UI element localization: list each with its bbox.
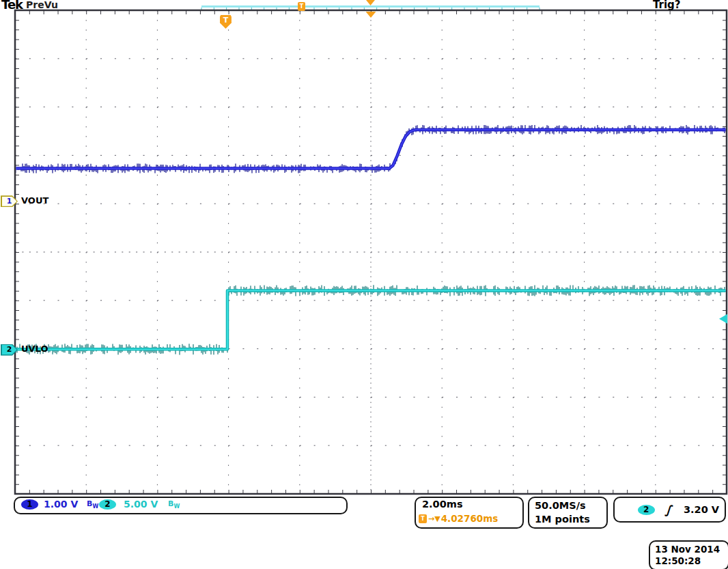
delay-value: 4.02760ms (441, 513, 499, 524)
ch2-waveform-label: UVLO (21, 344, 48, 354)
channel-readout-box[interactable]: 1 1.00 V BW 2 5.00 V BW (14, 497, 348, 514)
ch2-badge[interactable]: 2 (99, 499, 116, 510)
delay-arrow-icon: →▼ (428, 514, 440, 523)
record-trigger-t-icon[interactable]: T (298, 2, 305, 11)
trigger-delay-readout: T →▼ 4.02760ms (419, 513, 498, 524)
ch2-bandwidth-indicator: BW (168, 499, 180, 510)
ch1-bandwidth-indicator: BW (87, 499, 98, 510)
ch1-badge[interactable]: 1 (21, 499, 38, 510)
graticule-grid (15, 10, 727, 494)
record-length-readout: 1M points (529, 512, 606, 526)
ch2-scale-readout: 5.00 V (124, 499, 158, 510)
time-readout: 12:50:28 (650, 555, 728, 567)
bw-sub: W (173, 503, 180, 510)
rising-edge-slope-icon: ∫ (665, 503, 672, 516)
acquisition-readout-box[interactable]: 50.0MS/s 1M points (528, 497, 608, 529)
datetime-box: 13 Nov 2014 12:50:28 (649, 540, 728, 569)
time-per-div-readout: 2.00ms (422, 499, 463, 510)
ch1-waveform-label: VOUT (21, 195, 48, 206)
tek-logo: Tek (1, 0, 23, 12)
oscilloscope-screen: Tek PreVu Trig? T T 1 VOUT 2 UVLO 1 1.00… (0, 0, 728, 569)
ch1-scale-readout: 1.00 V (44, 499, 78, 510)
bw-sub: W (92, 503, 98, 510)
acquisition-mode-label: PreVu (26, 0, 58, 10)
ch1-ground-marker-number: 1 (2, 197, 17, 206)
delay-t-icon: T (419, 514, 427, 523)
horizontal-readout-box[interactable]: 2.00ms T →▼ 4.02760ms (415, 497, 524, 529)
ch2-ground-marker-number: 2 (2, 345, 17, 355)
trigger-level-readout: 3.20 V (684, 504, 719, 515)
trigger-readout-box[interactable]: 2 ∫ 3.20 V (613, 497, 726, 523)
sample-rate-readout: 50.0MS/s (529, 498, 606, 512)
date-readout: 13 Nov 2014 (650, 542, 728, 555)
graticule-and-waveforms (0, 0, 728, 569)
trigger-status-label: Trig? (653, 0, 681, 11)
trigger-source-badge[interactable]: 2 (638, 505, 655, 515)
